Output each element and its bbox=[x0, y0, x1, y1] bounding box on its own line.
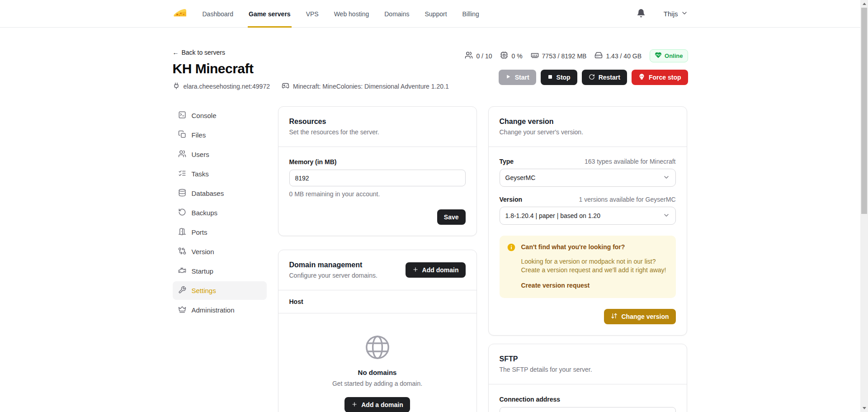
server-stats: 0 / 10 0 % 7753 / 8192 MB bbox=[465, 49, 688, 62]
nav-item-domains[interactable]: Domains bbox=[384, 0, 409, 28]
scrollbar-up-arrow[interactable] bbox=[860, 0, 868, 8]
restart-button[interactable]: Restart bbox=[582, 70, 627, 85]
memory-help-text: 0 MB remaining in your account. bbox=[289, 190, 466, 198]
list-checks-icon bbox=[178, 169, 186, 179]
engine-icon bbox=[178, 266, 186, 276]
cpu-icon bbox=[500, 51, 508, 61]
arrow-down-up-icon bbox=[611, 313, 618, 321]
sidebar-item-administration[interactable]: Administration bbox=[173, 301, 267, 319]
stop-square-icon bbox=[547, 74, 553, 81]
sidebar-item-console[interactable]: Console bbox=[173, 106, 267, 125]
sidebar-item-backups[interactable]: Backups bbox=[173, 204, 267, 222]
version-request-notice: Can't find what you're looking for? Look… bbox=[500, 236, 676, 298]
sidebar-item-users[interactable]: Users bbox=[173, 145, 267, 164]
type-select[interactable]: GeyserMC bbox=[500, 169, 676, 187]
notice-title: Can't find what you're looking for? bbox=[521, 243, 625, 251]
sidebar-item-files[interactable]: Files bbox=[173, 126, 267, 144]
nav-item-web-hosting[interactable]: Web hosting bbox=[334, 0, 369, 28]
no-domains-title: No domains bbox=[358, 369, 397, 376]
domains-title: Domain management bbox=[289, 261, 377, 269]
memory-input[interactable] bbox=[289, 170, 466, 186]
brand-logo[interactable] bbox=[173, 6, 187, 22]
stop-button[interactable]: Stop bbox=[541, 70, 577, 85]
connection-address-label: Connection address bbox=[500, 396, 561, 403]
server-address: elara.cheesehosting.net:49972 bbox=[173, 82, 270, 91]
skull-icon bbox=[638, 73, 645, 81]
chevron-down-icon bbox=[663, 212, 670, 220]
memory-label: Memory (in MB) bbox=[289, 158, 337, 166]
plus-icon bbox=[412, 266, 419, 274]
back-to-servers-link[interactable]: ← Back to servers bbox=[173, 49, 225, 56]
change-version-title: Change version bbox=[500, 118, 676, 126]
server-address-text: elara.cheesehosting.net:49972 bbox=[184, 83, 270, 90]
server-version-info: Minecraft: MineColonies: Dimensional Adv… bbox=[282, 82, 449, 91]
change-version-card: Change version Change your server's vers… bbox=[488, 106, 687, 336]
players-icon bbox=[465, 51, 473, 61]
sidebar-item-version[interactable]: Version bbox=[173, 242, 267, 261]
sidebar-item-ports[interactable]: Ports bbox=[173, 223, 267, 242]
sidebar-item-databases[interactable]: Databases bbox=[173, 184, 267, 203]
sftp-card: SFTP The SFTP details for your server. C… bbox=[488, 344, 687, 412]
version-select[interactable]: 1.8-1.20.4 | paper | based on 1.20 bbox=[500, 207, 676, 225]
sidebar-item-startup[interactable]: Startup bbox=[173, 262, 267, 280]
server-version-text: Minecraft: MineColonies: Dimensional Adv… bbox=[293, 83, 449, 90]
notifications-button[interactable] bbox=[637, 9, 646, 19]
user-menu[interactable]: Thijs bbox=[664, 9, 688, 18]
resources-title: Resources bbox=[289, 118, 466, 126]
top-navbar: Dashboard Game servers VPS Web hosting D… bbox=[0, 0, 860, 28]
nav-item-vps[interactable]: VPS bbox=[306, 0, 319, 28]
save-button[interactable]: Save bbox=[437, 209, 466, 225]
nav-item-support[interactable]: Support bbox=[425, 0, 447, 28]
files-icon bbox=[178, 130, 186, 140]
create-version-request-link[interactable]: Create version request bbox=[521, 282, 590, 289]
history-icon bbox=[178, 208, 186, 218]
scrollbar-down-arrow[interactable] bbox=[860, 404, 868, 412]
globe-icon bbox=[364, 334, 391, 362]
info-icon bbox=[507, 243, 516, 254]
wrench-icon bbox=[178, 286, 186, 295]
door-icon bbox=[178, 227, 186, 237]
heart-pulse-icon bbox=[655, 52, 662, 60]
user-name: Thijs bbox=[664, 10, 678, 18]
connection-address-input[interactable] bbox=[500, 407, 676, 412]
domains-empty-state: No domains Get started by adding a domai… bbox=[278, 313, 476, 412]
add-domain-button[interactable]: Add domain bbox=[406, 262, 466, 278]
force-stop-button[interactable]: Force stop bbox=[632, 70, 688, 85]
git-compare-icon bbox=[178, 247, 186, 256]
scrollbar-thumb[interactable] bbox=[861, 8, 867, 214]
host-column-header: Host bbox=[278, 290, 476, 313]
start-button[interactable]: Start bbox=[499, 70, 536, 85]
disk-icon bbox=[594, 51, 603, 61]
back-label: Back to servers bbox=[182, 49, 225, 56]
nav-item-game-servers[interactable]: Game servers bbox=[249, 0, 291, 28]
disk-stat: 1.43 / 40 GB bbox=[594, 51, 642, 61]
power-actions: Start Stop Restart bbox=[499, 70, 688, 85]
resources-subtitle: Set the resources for the server. bbox=[289, 128, 466, 136]
notice-body: Looking for a version or modpack not in … bbox=[521, 257, 669, 275]
change-version-subtitle: Change your server's version. bbox=[500, 128, 676, 136]
version-hint: 1 versions available for GeyserMC bbox=[579, 196, 676, 203]
players-stat: 0 / 10 bbox=[465, 51, 492, 61]
memory-stat: 7753 / 8192 MB bbox=[531, 51, 587, 61]
sidebar-item-settings[interactable]: Settings bbox=[173, 281, 267, 300]
sidebar-item-tasks[interactable]: Tasks bbox=[173, 165, 267, 183]
nav-item-billing[interactable]: Billing bbox=[462, 0, 479, 28]
chevron-down-icon bbox=[681, 9, 688, 18]
change-version-button[interactable]: Change version bbox=[604, 309, 675, 324]
plus-icon bbox=[351, 401, 358, 409]
domain-management-card: Domain management Configure your server … bbox=[278, 250, 477, 412]
domains-subtitle: Configure your server domains. bbox=[289, 272, 377, 279]
restart-icon bbox=[589, 74, 595, 81]
version-label: Version bbox=[500, 196, 523, 203]
scrollbar[interactable] bbox=[860, 0, 868, 412]
chevron-down-icon bbox=[663, 174, 670, 182]
crown-icon bbox=[178, 305, 186, 315]
plug-icon bbox=[173, 82, 180, 91]
server-header: ← Back to servers KH Minecraft elara.che… bbox=[173, 48, 449, 91]
nav-item-dashboard[interactable]: Dashboard bbox=[203, 0, 234, 28]
resources-card: Resources Set the resources for the serv… bbox=[278, 106, 477, 236]
type-hint: 163 types available for Minecraft bbox=[585, 158, 676, 165]
sftp-subtitle: The SFTP details for your server. bbox=[500, 366, 676, 373]
add-a-domain-button[interactable]: Add a domain bbox=[344, 397, 410, 412]
server-sidebar: Console Files Users bbox=[173, 106, 267, 320]
